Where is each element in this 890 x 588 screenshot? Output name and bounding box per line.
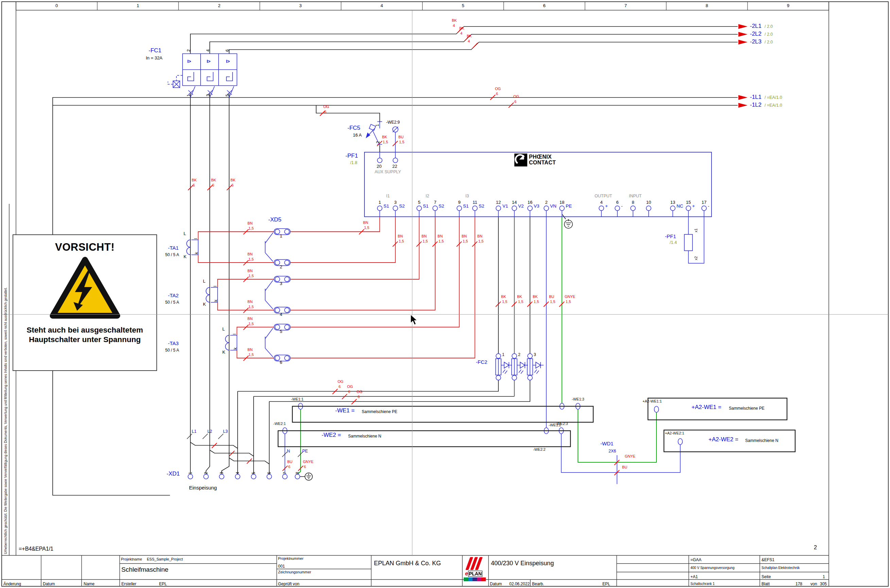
text-label: L xyxy=(203,279,205,283)
text-label: Sammelschiene PE xyxy=(729,406,765,410)
text-label: L xyxy=(223,327,225,331)
text-label: 1,5 xyxy=(502,300,507,304)
text-label: 1,5 xyxy=(566,300,571,304)
text-label: 6 xyxy=(358,395,360,399)
text-label: 5 xyxy=(280,329,282,334)
wire-ref-2L2[interactable]: -2L2 xyxy=(750,31,762,37)
name-col-label: Name xyxy=(84,582,95,586)
text-label: 3 xyxy=(280,281,282,286)
device-tag-a2-we1[interactable]: +A2-WE1 = xyxy=(692,404,722,410)
ruler-number: 3 xyxy=(299,3,302,8)
text-label: Sammelschiene N xyxy=(348,434,381,438)
projektnummer-value: 001 xyxy=(278,564,285,568)
text-label: 6 xyxy=(280,360,282,364)
phoenix-arrow-icon xyxy=(514,153,527,166)
seite-value: 1 xyxy=(823,574,825,579)
text-label: 1,5 xyxy=(518,300,523,304)
text-label: OG xyxy=(495,87,501,91)
text-label: In = 32A xyxy=(146,56,162,60)
text-label: 16 A xyxy=(353,133,362,137)
bearb-label: Bearb. xyxy=(532,582,544,586)
text-label: 4 xyxy=(453,24,455,27)
text-label: BN xyxy=(421,234,427,238)
location-ref: +A1 xyxy=(690,574,698,579)
function-desc: Schaltplan Elektrotechnik xyxy=(762,566,800,570)
text-label: BU xyxy=(398,135,403,139)
text-label: l xyxy=(194,238,198,239)
text-label: /1.4 xyxy=(670,240,677,245)
interruption-arrows[interactable] xyxy=(738,24,747,108)
device-tag-ta2[interactable]: -TA2 xyxy=(168,293,179,298)
device-tag-we2[interactable]: -WE2 = xyxy=(322,432,341,438)
text-label: BK xyxy=(501,295,506,298)
text-label: Sammelschiene PE xyxy=(362,410,397,414)
ersteller-value: EPL xyxy=(159,582,167,586)
device-tag-pf1-lamp[interactable]: -PF1 xyxy=(665,234,676,239)
device-tag-wd1[interactable]: -WD1 xyxy=(600,441,613,446)
text-label: Einspeisung xyxy=(189,485,217,490)
text-label: 1 xyxy=(378,200,381,204)
device-tag-ta3[interactable]: -TA3 xyxy=(168,341,179,346)
ersteller-label: Ersteller xyxy=(121,582,136,586)
seite-label: Seite xyxy=(762,574,771,579)
text-label: 11 xyxy=(472,200,477,204)
ruler-number: 5 xyxy=(462,3,464,8)
phoenix-contact-logo: PHŒNIX CONTACT xyxy=(514,153,556,166)
ruler-number: 9 xyxy=(787,3,789,8)
text-label: GNYE xyxy=(625,454,635,458)
text-label: BN xyxy=(248,222,253,225)
ruler-number: 6 xyxy=(543,3,546,8)
text-label: OUTPUT xyxy=(595,194,612,198)
text-label: 6 xyxy=(226,49,230,52)
text-label: 6 xyxy=(288,465,290,469)
text-label: K xyxy=(223,350,226,354)
device-tag-pf1[interactable]: -PF1 xyxy=(346,153,358,159)
wire-ref-2L1[interactable]: -2L1 xyxy=(750,23,762,29)
blatt-value: 178 xyxy=(795,582,802,586)
fuse-fc2-symbols[interactable] xyxy=(496,359,544,375)
text-label: BN xyxy=(248,348,253,352)
total-pages: 305 xyxy=(820,582,827,586)
text-label: 13 xyxy=(671,200,675,204)
device-tag-fc1[interactable]: -FC1 xyxy=(149,48,161,53)
wire-ref-2L3[interactable]: -2L3 xyxy=(750,39,762,45)
text-label: 18 xyxy=(559,200,564,204)
xd5-disconnect-switches[interactable] xyxy=(265,232,273,357)
text-label: 5 xyxy=(251,472,256,474)
projektname-value: ESS_Sample_Project xyxy=(147,557,183,561)
device-tag-we1[interactable]: -WE1 = xyxy=(335,408,355,413)
text-label: -WE2:3 xyxy=(555,422,568,426)
device-tag-xd1[interactable]: -XD1 xyxy=(167,471,180,477)
text-label: 14 xyxy=(512,200,517,204)
text-label: 1,5 xyxy=(383,140,388,144)
text-label: x1 xyxy=(694,228,698,232)
text-label: BN xyxy=(248,300,253,304)
text-label: 2 xyxy=(518,352,520,357)
pf1-lamp-symbol[interactable] xyxy=(684,234,693,251)
text-label: BK xyxy=(467,34,472,38)
terminal-ref-we2-9[interactable]: -WE2:9 xyxy=(386,120,400,124)
text-label: 4 xyxy=(236,472,240,474)
device-tag-a2-we2[interactable]: +A2-WE2 = xyxy=(708,436,738,442)
device-tag-fc2[interactable]: -FC2 xyxy=(476,359,487,364)
device-tag-xd5[interactable]: -XD5 xyxy=(268,217,281,222)
device-tag-ta1[interactable]: -TA1 xyxy=(168,245,179,250)
text-label: 17 xyxy=(702,200,707,204)
wire-ref-1L2[interactable]: -1L2 xyxy=(750,102,762,108)
text-label: L xyxy=(183,231,186,236)
text-label: 4 xyxy=(280,312,282,316)
text-label: S2 xyxy=(479,204,484,208)
device-tag-fc5[interactable]: -FC5 xyxy=(347,125,360,131)
text-label: 8 xyxy=(295,472,299,474)
wire-ref-1L1[interactable]: -1L1 xyxy=(750,94,762,100)
cabinet-name: Schaltschrank 1 xyxy=(690,582,714,586)
fold-line-horizontal xyxy=(2,314,888,315)
earth-symbols xyxy=(305,219,573,480)
text-label: PE xyxy=(566,204,572,208)
function-ref: &EFS1 xyxy=(762,557,774,562)
text-label: NC xyxy=(677,204,683,208)
text-label: -WE1:3 xyxy=(572,398,584,401)
text-label: 3 xyxy=(394,200,396,204)
text-label: 2X6 xyxy=(609,449,616,453)
terminal-we2-9-symbol[interactable] xyxy=(392,127,398,132)
